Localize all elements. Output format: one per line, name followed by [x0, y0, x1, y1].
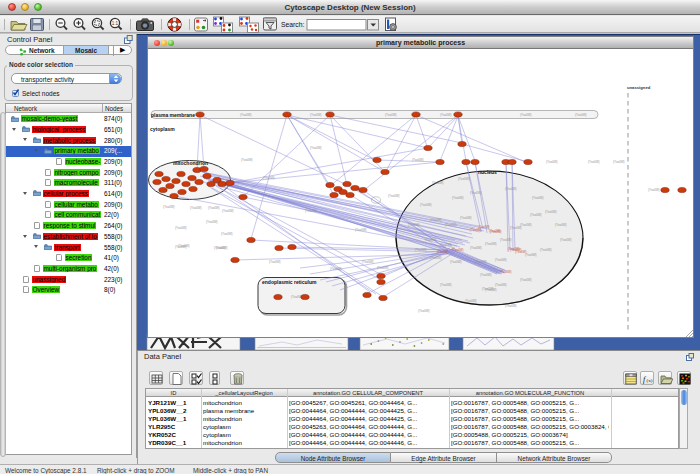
svg-text:(Yxx0W): (Yxx0W): [575, 113, 587, 117]
svg-text:(Yxx0W): (Yxx0W): [478, 225, 490, 229]
svg-text:1:1: 1:1: [112, 21, 119, 26]
svg-text:(Yxx0W): (Yxx0W): [545, 210, 557, 214]
svg-text:(Yxx0W): (Yxx0W): [418, 309, 430, 313]
svg-text:(Yxx0W): (Yxx0W): [412, 158, 424, 162]
svg-text:(Yxx0W): (Yxx0W): [520, 223, 532, 227]
svg-text:(Yxx0W): (Yxx0W): [505, 187, 517, 191]
svg-text:(Yxx0W): (Yxx0W): [495, 283, 507, 287]
svg-text:(Yxx0W): (Yxx0W): [613, 160, 625, 164]
svg-text:(Yxx0W): (Yxx0W): [440, 113, 452, 117]
svg-text:(Yxx0W): (Yxx0W): [330, 267, 342, 271]
svg-text:(Yxx0W): (Yxx0W): [546, 160, 558, 164]
svg-text:(Yxx0W): (Yxx0W): [495, 258, 507, 262]
svg-text:(Yxx0W): (Yxx0W): [540, 248, 552, 252]
svg-text:(Yxx0W): (Yxx0W): [415, 248, 427, 252]
svg-text:(Yxx0W): (Yxx0W): [163, 205, 175, 209]
svg-text:(Yxx0W): (Yxx0W): [445, 223, 457, 227]
svg-text:(Yxx0W): (Yxx0W): [269, 260, 281, 264]
svg-text:(Yxx0W): (Yxx0W): [530, 213, 542, 217]
svg-text:plasma membrane: plasma membrane: [151, 112, 195, 118]
svg-text:(Yxx0W): (Yxx0W): [588, 160, 600, 164]
svg-text:(Yxx0W): (Yxx0W): [500, 238, 512, 242]
svg-text:Search:: Search:: [281, 21, 305, 28]
svg-text:(Yxx0W): (Yxx0W): [208, 206, 220, 210]
svg-text:(x): (x): [646, 377, 652, 382]
svg-text:(Yxx0W): (Yxx0W): [475, 260, 487, 264]
svg-text:(Yxx0W): (Yxx0W): [440, 283, 452, 287]
svg-text:(Yxx0W): (Yxx0W): [175, 226, 187, 230]
svg-text:(Yxx0W): (Yxx0W): [420, 203, 432, 207]
svg-text:(Yxx0W): (Yxx0W): [385, 113, 397, 117]
svg-text:(Yxx0W): (Yxx0W): [206, 220, 218, 224]
svg-text:cytoplasm: cytoplasm: [150, 126, 175, 132]
svg-text:(Yxx0W): (Yxx0W): [437, 250, 449, 254]
svg-text:(Yxx0W): (Yxx0W): [510, 248, 522, 252]
svg-text:(Yxx0W): (Yxx0W): [430, 256, 442, 260]
svg-text:(Yxx0W): (Yxx0W): [362, 260, 374, 264]
svg-text:(Yxx0W): (Yxx0W): [305, 209, 317, 213]
svg-text:mitochondrion: mitochondrion: [173, 160, 208, 166]
svg-text:(Yxx0W): (Yxx0W): [377, 266, 389, 270]
svg-text:(Yxx0W): (Yxx0W): [430, 218, 442, 222]
svg-text:(Yxx0W): (Yxx0W): [452, 248, 464, 252]
svg-text:(Yxx0W): (Yxx0W): [485, 242, 497, 246]
svg-text:(Yxx0W): (Yxx0W): [532, 196, 544, 200]
svg-text:(Yxx0W): (Yxx0W): [440, 243, 452, 247]
svg-text:(Yxx0W): (Yxx0W): [458, 177, 470, 181]
svg-text:(Yxx0W): (Yxx0W): [355, 228, 367, 232]
svg-text:(Yxx0W): (Yxx0W): [480, 273, 492, 277]
svg-text:endoplasmic reticulum: endoplasmic reticulum: [262, 279, 317, 285]
svg-text:(Yxx0W): (Yxx0W): [310, 146, 322, 150]
svg-text:unassigned: unassigned: [627, 85, 651, 90]
svg-text:(Yxx0W): (Yxx0W): [214, 246, 226, 250]
svg-text:(Yxx0W): (Yxx0W): [485, 288, 497, 292]
svg-text:(Yxx0W): (Yxx0W): [470, 246, 482, 250]
svg-text:(Yxx0W): (Yxx0W): [489, 229, 501, 233]
svg-text:(Yxx0W): (Yxx0W): [460, 216, 472, 220]
svg-text:(Yxx0W): (Yxx0W): [241, 158, 253, 162]
svg-text:(Yxx0W): (Yxx0W): [175, 245, 187, 249]
svg-text:(Yxx0W): (Yxx0W): [505, 304, 517, 308]
svg-text:(Yxx0W): (Yxx0W): [408, 223, 420, 227]
svg-text:(Yxx0W): (Yxx0W): [520, 278, 532, 282]
svg-text:nucleus: nucleus: [478, 169, 497, 175]
svg-text:(Yxx0W): (Yxx0W): [648, 188, 660, 192]
svg-text:(Yxx0W): (Yxx0W): [425, 238, 437, 242]
svg-text:(Yxx0W): (Yxx0W): [525, 253, 537, 257]
svg-text:(Yxx0W): (Yxx0W): [432, 181, 444, 185]
svg-text:(Yxx0W): (Yxx0W): [500, 270, 512, 274]
svg-text:(Yxx0W): (Yxx0W): [560, 238, 572, 242]
svg-text:(Yxx0W): (Yxx0W): [388, 194, 400, 198]
svg-text:(Yxx0W): (Yxx0W): [520, 113, 532, 117]
svg-text:(Yxx0W): (Yxx0W): [465, 299, 477, 303]
svg-text:(Yxx0W): (Yxx0W): [263, 176, 275, 180]
svg-text:(Yxx0W): (Yxx0W): [240, 113, 252, 117]
svg-text:(Yxx0W): (Yxx0W): [555, 223, 567, 227]
svg-text:(Yxx0W): (Yxx0W): [310, 113, 322, 117]
svg-text:(Yxx0W): (Yxx0W): [470, 191, 482, 195]
svg-text:(Yxx0W): (Yxx0W): [190, 206, 202, 210]
svg-text:(Yxx0W): (Yxx0W): [452, 196, 464, 200]
svg-text:(Yxx0W): (Yxx0W): [221, 232, 233, 236]
svg-text:(Yxx0W): (Yxx0W): [222, 209, 234, 213]
svg-text:(Yxx0W): (Yxx0W): [450, 260, 462, 264]
